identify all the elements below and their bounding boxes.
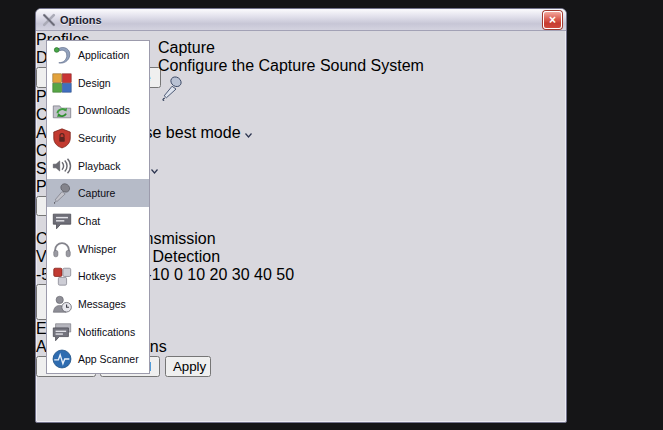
meter-tick-label: 10	[187, 266, 205, 283]
sidebar-item-messages[interactable]: Messages	[47, 290, 149, 318]
notification-bubbles-icon	[50, 320, 73, 343]
options-dialog: Options × Application	[35, 8, 567, 423]
chevron-down-icon[interactable]	[151, 160, 158, 177]
sidebar-item-design[interactable]: Design	[47, 69, 149, 97]
meter-tick-label: 50	[276, 266, 294, 283]
category-list: Application Design	[46, 40, 150, 374]
meter-tick-label: 30	[232, 266, 250, 283]
sidebar-item-label: App Scanner	[78, 353, 139, 365]
sidebar-item-label: Security	[78, 132, 116, 144]
microphone-icon	[50, 182, 73, 205]
sidebar-item-label: Whisper	[78, 243, 117, 255]
apply-button[interactable]: Apply	[165, 356, 211, 377]
section-title: Capture	[158, 39, 566, 57]
sidebar-item-label: Chat	[78, 215, 100, 227]
chat-bubble-icon	[50, 209, 73, 232]
sidebar-item-label: Application	[78, 49, 129, 61]
speaker-icon	[50, 154, 73, 177]
sidebar-item-label: Messages	[78, 298, 126, 310]
titlebar[interactable]: Options ×	[36, 9, 566, 31]
application-icon	[50, 43, 73, 66]
app-scanner-icon	[50, 348, 73, 371]
close-icon: ×	[549, 14, 556, 26]
microphone-icon	[158, 88, 185, 105]
sidebar-item-application[interactable]: Application	[47, 41, 149, 69]
person-clock-icon	[50, 293, 73, 316]
sidebar-item-security[interactable]: Security	[47, 124, 149, 152]
sidebar-item-playback[interactable]: Playback	[47, 152, 149, 180]
section-header: Capture Configure the Capture Sound Syst…	[158, 39, 566, 73]
keyboard-keys-icon	[50, 265, 73, 288]
sidebar-item-whisper[interactable]: Whisper	[47, 235, 149, 263]
window-title: Options	[60, 14, 543, 26]
security-shield-icon	[50, 126, 73, 149]
sidebar-item-label: Hotkeys	[78, 270, 116, 282]
sidebar-item-downloads[interactable]: Downloads	[47, 96, 149, 124]
sidebar-item-capture[interactable]: Capture	[47, 179, 149, 207]
sidebar-item-label: Capture	[78, 187, 115, 199]
headphones-icon	[50, 237, 73, 260]
design-icon	[50, 71, 73, 94]
chevron-down-icon[interactable]	[245, 124, 252, 141]
meter-tick-label: 40	[254, 266, 272, 283]
close-button[interactable]: ×	[543, 11, 562, 29]
sidebar-item-hotkeys[interactable]: Hotkeys	[47, 263, 149, 291]
sidebar-item-label: Notifications	[78, 326, 135, 338]
tools-icon	[42, 13, 56, 27]
sidebar-item-label: Downloads	[78, 104, 130, 116]
section-subtitle: Configure the Capture Sound System	[158, 57, 566, 75]
sidebar-item-label: Design	[78, 77, 111, 89]
sidebar-item-chat[interactable]: Chat	[47, 207, 149, 235]
sidebar-item-label: Playback	[78, 160, 121, 172]
sidebar-item-app-scanner[interactable]: App Scanner	[47, 346, 149, 374]
meter-tick-label: 0	[174, 266, 183, 283]
meter-tick-label: 20	[210, 266, 228, 283]
sidebar-item-notifications[interactable]: Notifications	[47, 318, 149, 346]
downloads-icon	[50, 99, 73, 122]
